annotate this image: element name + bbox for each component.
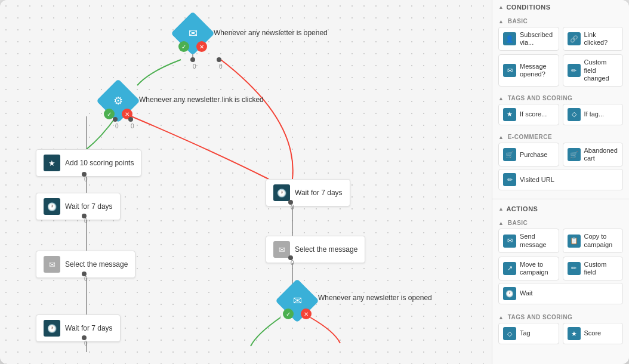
link-clicked-label: Link clicked? [584, 31, 619, 47]
sidebar-item-link-clicked[interactable]: 🔗 Link clicked? [563, 27, 624, 51]
app-container: ✉ ✓ ✕ Whenever any newsletter is opened … [0, 0, 629, 364]
dot-trigger1-yes [190, 57, 195, 62]
sidebar: ▲ CONDITIONS ▲ BASIC 👤 Subscribed via...… [492, 0, 629, 364]
trigger-node-3-label: Whenever any newsletter is opened [318, 294, 432, 302]
sidebar-basic-section: ▲ BASIC 👤 Subscribed via... 🔗 Link click… [492, 14, 629, 91]
abandoned-cart-label: Abandoned cart [584, 147, 619, 162]
copy-to-campaign-label: Copy to campaign [584, 233, 619, 248]
mail-icon-4: ✉ [273, 241, 290, 258]
zero-wait1: 0 [84, 218, 88, 224]
star-icon-2: ★ [503, 108, 516, 121]
ecommerce-title: ▲ E-COMMERCE [498, 131, 623, 143]
send-message-label: Send message [520, 233, 554, 248]
action-node-select-msg-2[interactable]: ✉ Select the message [266, 236, 365, 263]
sidebar-item-if-tag[interactable]: ◇ If tag... [563, 104, 624, 125]
actions-tags-title: ▲ TAGS AND SCORING [498, 311, 623, 323]
sidebar-item-subscribed[interactable]: 👤 Subscribed via... [498, 27, 559, 51]
sidebar-item-copy-to-campaign[interactable]: 📋 Copy to campaign [563, 229, 624, 252]
tag-label: Tag [520, 329, 531, 337]
sidebar-actions-basic-section: ▲ BASIC ✉ Send message 📋 Copy to campaig… [492, 216, 629, 310]
sidebar-actions-tags-section: ▲ TAGS AND SCORING ◇ Tag ★ Score [492, 310, 629, 349]
clock-icon-2: 🕐 [44, 320, 60, 337]
dot-trigger2-no [128, 117, 133, 122]
cart-icon-2: 🛒 [568, 148, 581, 161]
star-icon: ★ [44, 155, 60, 171]
conditions-tags-grid: ★ If score... ◇ If tag... [498, 104, 623, 125]
zero-select1: 0 [84, 276, 88, 282]
dot-wait2-bottom [82, 335, 87, 340]
action-node-scoring[interactable]: ★ Add 10 scoring points [36, 149, 141, 177]
yes-badge-3[interactable]: ✓ [283, 309, 294, 319]
trigger-node-2-label: Whenever any newsletter link is clicked [139, 95, 264, 104]
action-node-wait-1[interactable]: 🕐 Wait for 7 days [36, 193, 121, 220]
zero-wait2-bottom: 0 [84, 340, 88, 347]
trigger-node-2[interactable]: ⚙ ✓ ✕ [103, 85, 134, 116]
user-icon: 👤 [503, 32, 516, 45]
zero-wait3: 0 [291, 204, 294, 211]
sidebar-item-custom-field-changed[interactable]: ✏ Custom field changed [563, 54, 624, 87]
action-node-wait-2[interactable]: 🕐 Wait for 7 days [36, 314, 121, 342]
trigger-node-3[interactable]: ✉ ✓ ✕ [282, 285, 313, 316]
clock-icon-3: 🕐 [273, 184, 290, 201]
actions-tags-grid: ◇ Tag ★ Score [498, 323, 623, 344]
divider-1 [492, 199, 629, 199]
no-badge-1[interactable]: ✕ [196, 41, 207, 52]
sidebar-item-tag[interactable]: ◇ Tag [498, 323, 559, 344]
sidebar-item-abandoned-cart[interactable]: 🛒 Abandoned cart [563, 143, 624, 166]
canvas-area[interactable]: ✉ ✓ ✕ Whenever any newsletter is opened … [0, 0, 492, 364]
wait-label: Wait [520, 289, 533, 297]
copy-icon: 📋 [568, 235, 581, 248]
cart-icon-1: 🛒 [503, 148, 516, 161]
mail-icon-1: ✉ [189, 27, 198, 40]
sidebar-actions-header: ▲ ACTIONS [492, 202, 629, 216]
zero-trigger2-yes: 0 [115, 123, 119, 129]
zero-select2: 0 [291, 260, 294, 266]
trigger-node-1[interactable]: ✉ ✓ ✕ [177, 18, 208, 49]
mail-icon-5: ✉ [293, 294, 302, 307]
sidebar-tags-section: ▲ TAGS AND SCORING ★ If score... ◇ If ta… [492, 91, 629, 130]
if-tag-label: If tag... [584, 110, 605, 118]
sidebar-item-custom-field[interactable]: ✏ Custom field [563, 257, 624, 280]
tags-scoring-title: ▲ TAGS AND SCORING [498, 92, 623, 104]
mail-icon-send: ✉ [503, 235, 516, 248]
message-opened-label: Message opened? [520, 63, 554, 78]
score-icon: ★ [568, 327, 581, 340]
custom-field-icon: ✏ [568, 262, 581, 275]
yes-badge-1[interactable]: ✓ [178, 41, 189, 52]
sidebar-item-if-score[interactable]: ★ If score... [498, 104, 559, 125]
actions-basic-grid: ✉ Send message 📋 Copy to campaign ↗ Move… [498, 229, 623, 280]
sidebar-item-purchase[interactable]: 🛒 Purchase [498, 143, 559, 166]
tag-icon: ◇ [503, 327, 516, 340]
basic-title: ▲ BASIC [498, 16, 623, 27]
link-icon: 🔗 [568, 32, 581, 45]
actions-basic-title: ▲ BASIC [498, 217, 623, 229]
diamond-icon-1: ◇ [568, 108, 581, 121]
conditions-arrow: ▲ [498, 4, 504, 10]
zero-trigger1-yes: 0 [193, 63, 196, 70]
sidebar-item-move-to-campaign[interactable]: ↗ Move to campaign [498, 257, 559, 280]
sidebar-ecommerce-section: ▲ E-COMMERCE 🛒 Purchase 🛒 Abandoned cart… [492, 130, 629, 196]
no-badge-3[interactable]: ✕ [301, 309, 312, 319]
conditions-ecommerce-grid: 🛒 Purchase 🛒 Abandoned cart [498, 143, 623, 166]
zero-trigger1-no: 0 [219, 63, 223, 70]
sidebar-item-message-opened[interactable]: ✉ Message opened? [498, 54, 559, 87]
move-icon: ↗ [503, 262, 516, 275]
sidebar-item-send-message[interactable]: ✉ Send message [498, 229, 559, 252]
dot-trigger2-yes [113, 117, 118, 122]
sidebar-conditions-header: ▲ CONDITIONS [492, 0, 629, 14]
trigger-node-1-label: Whenever any newsletter is opened [214, 29, 328, 37]
action-node-wait-3[interactable]: 🕐 Wait for 7 days [266, 179, 350, 206]
clock-icon-1: 🕐 [44, 198, 60, 215]
zero-scoring: 0 [84, 176, 88, 183]
edit-icon-1: ✏ [568, 64, 581, 77]
gear-icon-2: ⚙ [113, 94, 123, 107]
dot-trigger1-no [217, 57, 221, 62]
subscribed-label: Subscribed via... [520, 31, 554, 47]
custom-field-label: Custom field [584, 261, 619, 276]
actions-arrow: ▲ [498, 206, 504, 212]
sidebar-item-score[interactable]: ★ Score [563, 323, 624, 344]
sidebar-item-wait[interactable]: 🕐 Wait [498, 283, 623, 304]
zero-trigger2-no: 0 [131, 123, 134, 129]
if-score-label: If score... [520, 110, 547, 118]
sidebar-item-visited-url[interactable]: ✏ Visited URL [498, 169, 623, 190]
